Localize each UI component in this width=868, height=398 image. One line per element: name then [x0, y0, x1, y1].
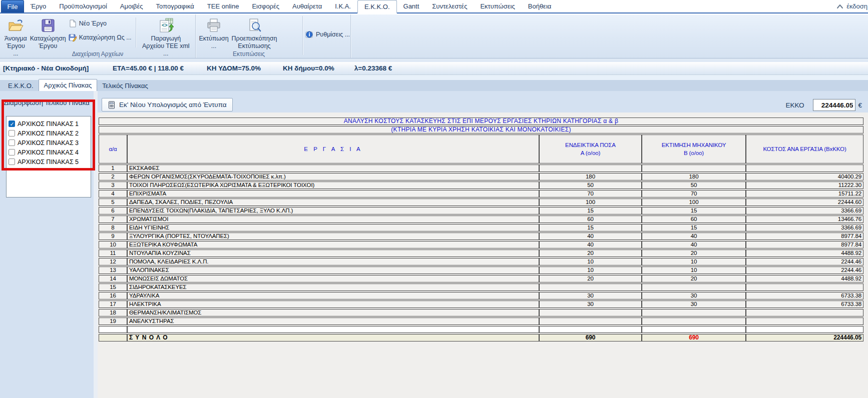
- ekko-label: ΕΚΚΟ: [785, 102, 804, 109]
- menu-item[interactable]: Ε.Κ.Κ.Ο.: [357, 0, 397, 14]
- menu-item[interactable]: Gantt: [397, 0, 426, 12]
- initial-table-checkbox-item[interactable]: ΑΡΧΙΚΟΣ ΠΙΝΑΚΑΣ 1: [9, 119, 91, 128]
- table-row: 8 ΕΙΔΗ ΥΓΙΕΙΝΗΣ 15 15 3366.69: [99, 224, 863, 232]
- row-estimate-cell[interactable]: 20: [642, 250, 746, 257]
- checkbox-icon[interactable]: [9, 130, 15, 136]
- row-cost-cell: 13466.76: [746, 216, 863, 223]
- table-row: 4 ΕΠΙΧΡΙΣΜΑΤΑ 70 70 15711.22: [99, 190, 863, 198]
- table-subtitle: (ΚΤΗΡΙΑ ΜΕ ΚΥΡΙΑ ΧΡΗΣΗ ΚΑΤΟΙΚΙΑΣ ΚΑΙ ΜΟΝ…: [99, 126, 863, 134]
- row-estimate-cell[interactable]: 40: [642, 232, 746, 240]
- print-label-2: ...: [211, 42, 216, 50]
- eta-value: ΕΤΑ=45.00 € | 118.00 €: [113, 64, 184, 72]
- row-number-cell: 11: [99, 250, 127, 257]
- checkbox-icon[interactable]: [9, 158, 15, 165]
- tab[interactable]: Ε.Κ.Κ.Ο.: [3, 80, 39, 91]
- row-estimate-cell[interactable]: 10: [642, 258, 746, 266]
- row-estimate-cell[interactable]: 10: [642, 266, 746, 274]
- row-estimate-cell[interactable]: 30: [642, 292, 746, 300]
- menu-item[interactable]: Ι.Κ.Α.: [328, 0, 357, 12]
- row-indicative-cell: 180: [539, 173, 642, 180]
- row-indicative-cell: 50: [539, 182, 642, 189]
- print-preview-label-1: Προεπισκόπηση: [232, 35, 277, 42]
- table-row: 11 ΝΤΟΥΛΑΠΙΑ ΚΟΥΖΙΝΑΣ 20 20 4488.92: [99, 250, 863, 257]
- row-estimate-cell[interactable]: [642, 164, 746, 172]
- row-estimate-cell[interactable]: 20: [642, 275, 746, 282]
- tab[interactable]: Τελικός Πίνακας: [97, 80, 153, 91]
- row-estimate-cell[interactable]: 60: [642, 216, 746, 223]
- row-estimate-cell[interactable]: 40: [642, 241, 746, 248]
- new-project-button[interactable]: Νέο Έργο: [69, 18, 132, 29]
- row-estimate-cell[interactable]: [642, 284, 746, 291]
- menu-item[interactable]: Συντελεστές: [425, 0, 474, 12]
- ekko-value-input[interactable]: [813, 99, 855, 111]
- panel-splitter[interactable]: [94, 91, 98, 398]
- row-estimate-cell[interactable]: [642, 309, 746, 316]
- row-indicative-cell: 20: [539, 250, 642, 257]
- row-estimate-cell[interactable]: 15: [642, 224, 746, 232]
- initial-table-checkbox-item[interactable]: ΑΡΧΙΚΟΣ ΠΙΝΑΚΑΣ 5: [9, 157, 91, 166]
- row-estimate-cell[interactable]: 100: [642, 198, 746, 206]
- chevron-up-icon: [836, 2, 844, 10]
- row-estimate-cell[interactable]: 180: [642, 173, 746, 180]
- menu-item[interactable]: Βοήθεια: [522, 0, 558, 12]
- menu-item[interactable]: Προϋπολογισμοί: [53, 0, 113, 12]
- row-cost-cell: 3366.69: [746, 207, 863, 214]
- total-estimate-cell: 690: [642, 334, 746, 342]
- header-engineer-line2: Β (ο/οο): [644, 149, 744, 157]
- row-cost-cell: 2244.46: [746, 266, 863, 274]
- checkbox-label: ΑΡΧΙΚΟΣ ΠΙΝΑΚΑΣ 2: [18, 130, 79, 137]
- cost-analysis-table: ΑΝΑΛΥΣΗ ΚΟΣΤΟΥΣ ΚΑΤΑΣΚΕΥΗΣ ΣΤΙΣ ΕΠΙ ΜΕΡΟ…: [99, 116, 863, 342]
- menu-item[interactable]: Αυθαίρετα: [286, 0, 328, 12]
- table-row: 13 ΥΑΛΟΠΙΝΑΚΕΣ 10 10 2244.46: [99, 266, 863, 274]
- header-cost: ΚΟΣΤΟΣ ΑΝΑ ΕΡΓΑΣΙΑ (ΒxΚΚΟ): [746, 134, 863, 164]
- table-row: 15 ΣΙΔΗΡΟΚΑΤΑΣΚΕΥΕΣ: [99, 284, 863, 291]
- row-estimate-cell[interactable]: 15: [642, 207, 746, 214]
- table-header-row: α/α Ε Ρ Γ Α Σ Ι Α ΕΝΔΕΙΚΤΙΚΑ ΠΟΣΑ Α (ο/ο…: [99, 134, 863, 164]
- row-number-cell: 13: [99, 266, 127, 274]
- menu-item[interactable]: Εκτυπώσεις: [474, 0, 521, 12]
- print-preview-button[interactable]: Προεπισκόπηση Εκτύπωσης: [230, 16, 278, 50]
- checkbox-label: ΑΡΧΙΚΟΣ ΠΙΝΑΚΑΣ 1: [18, 120, 79, 128]
- checkbox-icon[interactable]: [9, 149, 15, 156]
- checkbox-icon[interactable]: [9, 120, 15, 127]
- recalculate-button[interactable]: Εκ' Νέου Υπολογισμός από Έντυπα: [102, 98, 233, 112]
- menu-item[interactable]: Τοπογραφικά: [150, 0, 201, 12]
- version-control[interactable]: έκδοση: [836, 0, 868, 12]
- generate-tee-xml-label-1: Παραγωγή: [151, 35, 181, 42]
- table-empty-row: [99, 326, 863, 333]
- tab[interactable]: Αρχικός Πίνακας: [39, 79, 98, 91]
- menu-item[interactable]: Έργο: [24, 0, 53, 12]
- row-number-cell: 1: [99, 164, 127, 172]
- new-project-label: Νέο Έργο: [79, 20, 107, 27]
- initial-table-checkbox-item[interactable]: ΑΡΧΙΚΟΣ ΠΙΝΑΚΑΣ 2: [9, 128, 91, 138]
- save-as-button[interactable]: Καταχώρηση Ως ...: [69, 32, 132, 43]
- recalculate-label: Εκ' Νέου Υπολογισμός από Έντυπα: [119, 101, 227, 108]
- checkbox-icon[interactable]: [9, 140, 15, 146]
- menu-item[interactable]: Εισφορές: [245, 0, 286, 12]
- table-row: 14 ΜΟΝΩΣΕΙΣ ΔΩΜΑΤΟΣ 20 20 4488.92: [99, 275, 863, 282]
- row-number-cell: 7: [99, 216, 127, 223]
- header-indicative-line1: ΕΝΔΕΙΚΤΙΚΑ ΠΟΣΑ: [541, 141, 640, 149]
- save-project-button[interactable]: Καταχώρηση Έργου: [31, 16, 66, 50]
- settings-button[interactable]: Ρυθμίσεις ...: [305, 29, 350, 40]
- row-indicative-cell: 15: [539, 224, 642, 232]
- row-estimate-cell[interactable]: 70: [642, 190, 746, 198]
- row-number-cell: 15: [99, 284, 127, 291]
- report-canvas: ΑΝΑΛΥΣΗ ΚΟΣΤΟΥΣ ΚΑΤΑΣΚΕΥΗΣ ΣΤΙΣ ΕΠΙ ΜΕΡΟ…: [98, 112, 868, 398]
- table-row: 1 ΕΚΣΚΑΦΕΣ: [99, 164, 863, 172]
- ribbon-group-border: [350, 14, 351, 58]
- initial-table-checkbox-item[interactable]: ΑΡΧΙΚΟΣ ΠΙΝΑΚΑΣ 3: [9, 138, 91, 148]
- empty-cell: [127, 326, 539, 333]
- ribbon-group-prints: Εκτύπωση ... Προεπισκόπηση Εκτύπωσης Εκτ…: [196, 14, 301, 58]
- menu-item[interactable]: ΤΕΕ online: [201, 0, 246, 12]
- open-folder-icon: [8, 18, 24, 34]
- row-estimate-cell[interactable]: 50: [642, 182, 746, 189]
- row-estimate-cell[interactable]: 30: [642, 300, 746, 308]
- print-button[interactable]: Εκτύπωση ...: [197, 16, 230, 50]
- initial-table-checkbox-item[interactable]: ΑΡΧΙΚΟΣ ΠΙΝΑΚΑΣ 4: [9, 148, 91, 157]
- row-ergasia-cell: ΧΡΩΜΑΤΙΣΜΟΙ: [127, 216, 539, 223]
- menu-item[interactable]: Αμοιβές: [114, 0, 150, 12]
- row-estimate-cell[interactable]: [642, 318, 746, 325]
- file-menu-button[interactable]: File: [1, 0, 24, 12]
- row-indicative-cell: 15: [539, 207, 642, 214]
